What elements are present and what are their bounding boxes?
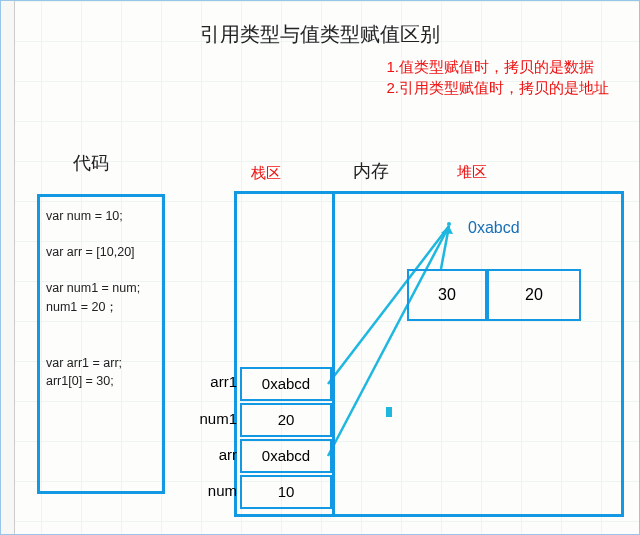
heap-cell-0: 30 <box>407 269 487 321</box>
code-line: num1 = 20； <box>46 299 156 316</box>
heap-cell-1: 20 <box>487 269 581 321</box>
code-line: var arr1 = arr; <box>46 356 156 370</box>
heap-label: 堆区 <box>457 163 487 182</box>
code-line: var num = 10; <box>46 209 156 223</box>
stray-mark <box>386 407 392 417</box>
stack-var-label: arr1 <box>185 373 237 390</box>
code-box: var num = 10; var arr = [10,20] var num1… <box>37 194 165 494</box>
memory-divider <box>332 191 335 517</box>
stack-cell-arr1: 0xabcd <box>240 367 332 401</box>
code-line: var num1 = num; <box>46 281 156 295</box>
stack-label: 栈区 <box>251 164 281 183</box>
note-2: 2.引用类型赋值时，拷贝的是地址 <box>386 79 609 98</box>
code-section-label: 代码 <box>73 151 109 175</box>
stack-var-label: num1 <box>185 410 237 427</box>
heap-address-label: 0xabcd <box>468 219 520 237</box>
stack-var-label: arr <box>185 446 237 463</box>
code-line: var arr = [10,20] <box>46 245 156 259</box>
diagram-title: 引用类型与值类型赋值区别 <box>1 21 639 48</box>
stack-cell-arr: 0xabcd <box>240 439 332 473</box>
memory-label: 内存 <box>353 159 389 183</box>
note-1: 1.值类型赋值时，拷贝的是数据 <box>386 58 609 77</box>
notes-block: 1.值类型赋值时，拷贝的是数据 2.引用类型赋值时，拷贝的是地址 <box>386 56 609 100</box>
stack-cell-num1: 20 <box>240 403 332 437</box>
stack-var-label: num <box>185 482 237 499</box>
code-line: arr1[0] = 30; <box>46 374 156 388</box>
stack-cell-num: 10 <box>240 475 332 509</box>
